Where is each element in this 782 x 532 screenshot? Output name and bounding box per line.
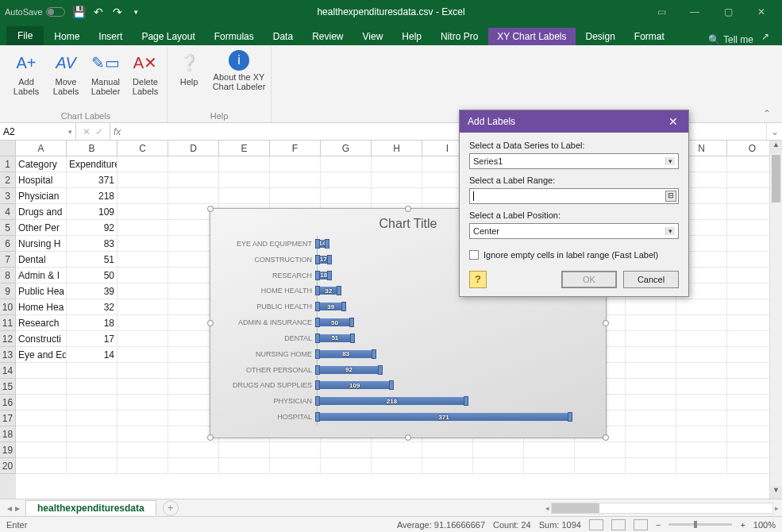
resize-handle[interactable] bbox=[603, 320, 609, 326]
save-icon[interactable]: 💾 bbox=[73, 6, 86, 18]
row-header[interactable]: 20 bbox=[0, 458, 16, 474]
cell[interactable] bbox=[676, 347, 727, 363]
resize-handle[interactable] bbox=[207, 206, 214, 212]
cell[interactable] bbox=[727, 172, 769, 188]
cell[interactable] bbox=[67, 363, 117, 379]
cell[interactable] bbox=[270, 156, 321, 172]
tab-help[interactable]: Help bbox=[393, 28, 430, 45]
cell[interactable] bbox=[117, 363, 168, 379]
cell[interactable] bbox=[575, 458, 626, 474]
cell[interactable] bbox=[372, 188, 422, 204]
ribbon-options-icon[interactable]: ▭ bbox=[645, 1, 677, 23]
row-header[interactable]: 8 bbox=[0, 268, 16, 283]
cell[interactable] bbox=[270, 458, 321, 474]
cell[interactable] bbox=[117, 156, 168, 172]
cell[interactable] bbox=[219, 172, 270, 188]
resize-handle[interactable] bbox=[405, 206, 411, 212]
column-header[interactable]: O bbox=[727, 141, 769, 156]
row-header[interactable]: 6 bbox=[0, 236, 16, 252]
cell[interactable] bbox=[16, 426, 67, 442]
minimize-icon[interactable]: — bbox=[679, 1, 711, 23]
tab-data[interactable]: Data bbox=[264, 28, 302, 45]
cell[interactable]: 92 bbox=[67, 220, 117, 236]
resize-handle[interactable] bbox=[207, 434, 214, 441]
cell[interactable] bbox=[676, 299, 727, 315]
cell[interactable] bbox=[626, 411, 676, 426]
cell[interactable] bbox=[372, 172, 422, 188]
cell[interactable] bbox=[117, 220, 168, 236]
cell[interactable] bbox=[727, 204, 769, 220]
redo-icon[interactable]: ↷ bbox=[111, 6, 124, 18]
row-header[interactable]: 13 bbox=[0, 347, 16, 363]
cell[interactable]: 39 bbox=[67, 283, 117, 299]
chart-bar[interactable]: 18 bbox=[318, 272, 329, 279]
cell[interactable]: 18 bbox=[67, 315, 117, 331]
cell[interactable] bbox=[67, 411, 117, 426]
cell[interactable] bbox=[372, 442, 422, 458]
cell[interactable] bbox=[727, 331, 769, 347]
cell[interactable] bbox=[676, 363, 727, 379]
cell[interactable] bbox=[117, 379, 168, 395]
cell[interactable]: 17 bbox=[67, 331, 117, 347]
cell[interactable] bbox=[626, 395, 676, 411]
scroll-thumb[interactable] bbox=[772, 155, 780, 202]
hscroll-thumb[interactable] bbox=[552, 503, 599, 513]
zoom-out-icon[interactable]: − bbox=[656, 520, 661, 530]
chart-bar[interactable]: 50 bbox=[318, 318, 352, 326]
column-header[interactable]: D bbox=[168, 141, 219, 156]
row-header[interactable]: 19 bbox=[0, 442, 16, 458]
cell[interactable]: 14 bbox=[67, 347, 117, 363]
cell[interactable] bbox=[676, 458, 727, 474]
column-header[interactable]: G bbox=[321, 141, 372, 156]
cell[interactable] bbox=[473, 442, 524, 458]
cell[interactable]: Admin & I bbox=[16, 268, 67, 283]
cell[interactable]: Eye and Eq bbox=[16, 347, 67, 363]
chart-bar[interactable]: 39 bbox=[318, 303, 344, 310]
ignore-empty-checkbox[interactable]: Ignore empty cells in label range (Fast … bbox=[469, 250, 679, 260]
cell[interactable] bbox=[727, 363, 769, 379]
cancel-button[interactable]: Cancel bbox=[623, 271, 679, 288]
cell[interactable] bbox=[67, 426, 117, 442]
series-select[interactable]: Series1 bbox=[469, 153, 679, 169]
cell[interactable] bbox=[270, 172, 321, 188]
row-header[interactable]: 14 bbox=[0, 363, 16, 379]
cell[interactable] bbox=[67, 458, 117, 474]
dialog-help-button[interactable]: ? bbox=[469, 271, 487, 288]
cell[interactable] bbox=[422, 442, 473, 458]
tab-format[interactable]: Format bbox=[626, 28, 673, 45]
cell[interactable]: 50 bbox=[67, 268, 117, 283]
cell[interactable] bbox=[626, 458, 676, 474]
cell[interactable]: Constructi bbox=[16, 331, 67, 347]
cell[interactable] bbox=[270, 188, 321, 204]
cell[interactable] bbox=[676, 315, 727, 331]
cell[interactable]: Drugs and bbox=[16, 204, 67, 220]
cell[interactable] bbox=[168, 188, 219, 204]
cell[interactable] bbox=[219, 458, 270, 474]
tab-review[interactable]: Review bbox=[303, 28, 352, 45]
cell[interactable] bbox=[626, 442, 676, 458]
help-button[interactable]: ❔ Help bbox=[171, 50, 207, 87]
cell[interactable] bbox=[676, 411, 727, 426]
column-header[interactable]: B bbox=[67, 141, 117, 156]
cell[interactable] bbox=[321, 156, 372, 172]
chart-bar[interactable]: 14 bbox=[318, 240, 327, 248]
cell[interactable] bbox=[727, 395, 769, 411]
cell[interactable] bbox=[676, 442, 727, 458]
cell[interactable] bbox=[67, 379, 117, 395]
cell[interactable] bbox=[372, 458, 422, 474]
zoom-in-icon[interactable]: + bbox=[740, 520, 745, 530]
cell[interactable] bbox=[626, 331, 676, 347]
cell[interactable] bbox=[117, 331, 168, 347]
share-icon[interactable]: ↗ bbox=[755, 28, 776, 45]
cell[interactable] bbox=[727, 299, 769, 315]
cell[interactable] bbox=[727, 426, 769, 442]
cell[interactable] bbox=[676, 426, 727, 442]
cell[interactable] bbox=[117, 458, 168, 474]
chart-bar[interactable]: 218 bbox=[318, 397, 466, 405]
cell[interactable] bbox=[117, 411, 168, 426]
tab-formulas[interactable]: Formulas bbox=[206, 28, 263, 45]
cell[interactable] bbox=[16, 379, 67, 395]
cell[interactable] bbox=[626, 363, 676, 379]
tab-design[interactable]: Design bbox=[577, 28, 624, 45]
chart-bar[interactable]: 32 bbox=[318, 287, 339, 295]
